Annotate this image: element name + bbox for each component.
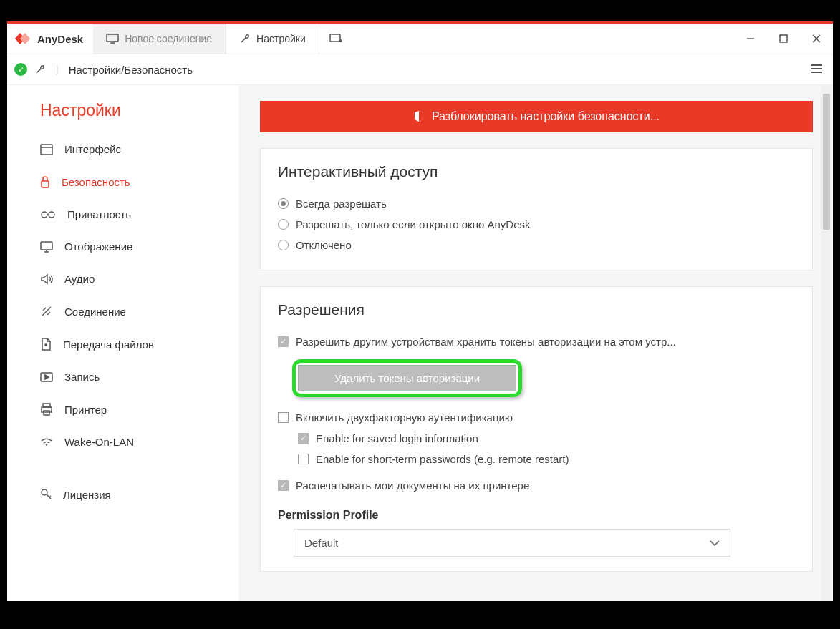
sidebar-item-label: Интерфейс <box>64 143 121 155</box>
radio-icon <box>278 240 289 250</box>
check-label: Распечатывать мои документы на их принте… <box>296 479 529 492</box>
tab-add[interactable] <box>319 24 352 54</box>
close-button[interactable] <box>800 24 833 54</box>
checkbox-icon <box>298 454 309 464</box>
file-icon <box>40 338 52 351</box>
radio-label: Всегда разрешать <box>296 198 387 210</box>
svg-point-12 <box>42 489 47 495</box>
sidebar-item-label: Лицензия <box>63 489 111 501</box>
radio-always-allow[interactable]: Всегда разрешать <box>278 193 795 214</box>
sidebar-item-wake-on-lan[interactable]: Wake-On-LAN <box>7 426 239 458</box>
check-label: Enable for saved login information <box>316 432 478 444</box>
separator: | <box>56 64 59 75</box>
radio-label: Разрешать, только если открыто окно AnyD… <box>296 218 530 230</box>
sidebar-item-security[interactable]: Безопасность <box>7 165 239 198</box>
unlock-label: Разблокировать настройки безопасности... <box>432 110 660 123</box>
sidebar-item-label: Принтер <box>64 404 107 416</box>
minimize-button[interactable] <box>734 24 767 54</box>
check-2fa-saved-login[interactable]: Enable for saved login information <box>278 428 795 449</box>
scrollbar[interactable] <box>821 85 831 601</box>
check-label: Enable for short-term passwords (e.g. re… <box>316 453 569 465</box>
window-controls <box>734 24 833 54</box>
hamburger-icon <box>810 64 823 74</box>
radio-disabled[interactable]: Отключено <box>278 235 795 255</box>
anydesk-logo-icon <box>13 31 32 46</box>
svg-rect-0 <box>107 34 118 42</box>
shield-icon <box>413 110 425 123</box>
wifi-icon <box>40 437 53 447</box>
radio-icon <box>278 219 289 230</box>
main-content: Разблокировать настройки безопасности...… <box>240 85 833 601</box>
menu-button[interactable] <box>807 61 826 79</box>
app-window: AnyDesk Новое соединение Настройки ✓ | Н… <box>7 21 833 601</box>
breadcrumb: Настройки/Безопасность <box>69 64 193 76</box>
monitor-icon <box>106 34 119 44</box>
sidebar-item-display[interactable]: Отображение <box>7 230 239 263</box>
checkbox-icon <box>298 433 309 444</box>
key-icon <box>40 488 52 501</box>
monitor-plus-icon <box>329 34 342 44</box>
check-label: Включить двухфакторную аутентификацию <box>296 411 513 424</box>
sidebar-item-privacy[interactable]: Приватность <box>7 198 239 230</box>
printer-icon <box>40 403 53 416</box>
sidebar-item-label: Соединение <box>64 306 126 318</box>
check-label: Разрешить другим устройствам хранить ток… <box>296 336 676 348</box>
chevron-down-icon <box>710 540 720 546</box>
interactive-access-section: Интерактивный доступ Всегда разрешать Ра… <box>260 148 813 270</box>
select-value: Default <box>304 537 339 549</box>
check-2fa-short-term[interactable]: Enable for short-term passwords (e.g. re… <box>278 449 795 469</box>
svg-rect-3 <box>41 145 52 155</box>
checkbox-icon <box>278 412 289 423</box>
sidebar-item-label: Запись <box>64 371 100 383</box>
app-logo-block: AnyDesk <box>7 24 93 54</box>
sidebar-item-label: Безопасность <box>62 176 130 188</box>
section-title: Интерактивный доступ <box>278 163 795 180</box>
sidebar-item-interface[interactable]: Интерфейс <box>7 133 239 165</box>
svg-rect-2 <box>780 35 787 42</box>
svg-rect-4 <box>42 181 49 187</box>
sidebar: Настройки Интерфейс Безопасность Приватн… <box>7 85 240 601</box>
titlebar: AnyDesk Новое соединение Настройки <box>7 24 833 54</box>
highlight-outline: Удалить токены авторизации <box>292 359 522 397</box>
maximize-button[interactable] <box>767 24 800 54</box>
sidebar-item-audio[interactable]: Аудио <box>7 263 239 295</box>
tab-label: Новое соединение <box>125 33 212 44</box>
check-store-tokens[interactable]: Разрешить другим устройствам хранить ток… <box>278 331 795 352</box>
unlock-security-button[interactable]: Разблокировать настройки безопасности... <box>260 101 813 132</box>
check-print-documents[interactable]: Распечатывать мои документы на их принте… <box>278 475 795 496</box>
sidebar-item-license[interactable]: Лицензия <box>7 478 239 511</box>
toolbar: ✓ | Настройки/Безопасность <box>7 54 833 85</box>
wrench-icon <box>239 33 251 44</box>
checkbox-icon <box>278 480 289 491</box>
body: Настройки Интерфейс Безопасность Приватн… <box>7 85 833 601</box>
sidebar-item-label: Передача файлов <box>63 338 154 351</box>
svg-rect-11 <box>44 411 49 415</box>
sidebar-item-connection[interactable]: Соединение <box>7 295 239 328</box>
sidebar-item-file-transfer[interactable]: Передача файлов <box>7 328 239 361</box>
delete-tokens-button[interactable]: Удалить токены авторизации <box>298 365 516 391</box>
check-2fa[interactable]: Включить двухфакторную аутентификацию <box>278 407 795 428</box>
tab-settings[interactable]: Настройки <box>226 24 319 54</box>
sidebar-item-label: Аудио <box>64 273 95 285</box>
radio-label: Отключено <box>296 239 352 251</box>
permission-profile-label: Permission Profile <box>278 509 795 522</box>
sidebar-item-label: Приватность <box>67 208 131 220</box>
sidebar-item-printer[interactable]: Принтер <box>7 393 239 426</box>
wrench-icon <box>34 64 46 75</box>
permissions-section: Разрешения Разрешить другим устройствам … <box>260 286 813 572</box>
speaker-icon <box>40 273 53 285</box>
record-icon <box>40 371 53 383</box>
sidebar-item-record[interactable]: Запись <box>7 361 239 393</box>
glasses-icon <box>40 210 56 219</box>
app-name: AnyDesk <box>37 33 83 45</box>
section-title: Разрешения <box>278 301 795 318</box>
sidebar-title: Настройки <box>7 101 239 133</box>
svg-point-6 <box>49 212 54 218</box>
status-ok-icon: ✓ <box>14 63 27 76</box>
permission-profile-select[interactable]: Default <box>294 529 730 557</box>
svg-point-5 <box>42 212 47 218</box>
scrollbar-thumb[interactable] <box>823 94 830 230</box>
tab-new-connection[interactable]: Новое соединение <box>93 24 226 54</box>
radio-allow-if-window[interactable]: Разрешать, только если открыто окно AnyD… <box>278 214 795 235</box>
svg-rect-10 <box>42 407 52 412</box>
